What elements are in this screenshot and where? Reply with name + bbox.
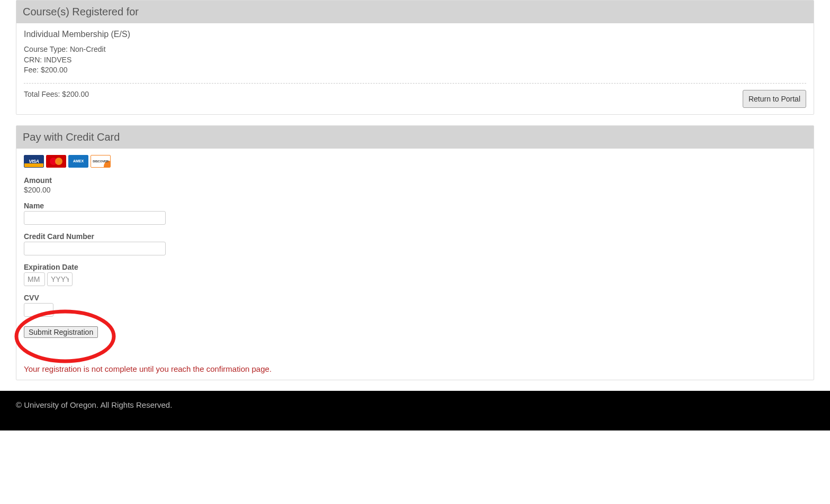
course-name: Individual Membership (E/S) — [24, 30, 806, 39]
page-footer: © University of Oregon. All Rights Reser… — [0, 391, 830, 430]
total-fees: Total Fees: $200.00 — [24, 90, 89, 98]
visa-icon: VISA — [24, 155, 44, 168]
name-input[interactable] — [24, 211, 166, 225]
cvv-label: CVV — [24, 294, 806, 302]
card-number-label: Credit Card Number — [24, 232, 806, 241]
fee-line: Fee: $200.00 — [24, 65, 806, 76]
course-divider — [24, 83, 806, 84]
exp-year-input[interactable] — [47, 272, 73, 286]
submit-registration-button[interactable]: Submit Registration — [24, 326, 98, 338]
courses-registered-panel: Course(s) Registered for Individual Memb… — [16, 0, 814, 115]
card-number-input[interactable] — [24, 242, 166, 255]
name-label: Name — [24, 201, 806, 210]
return-to-portal-button[interactable]: Return to Portal — [743, 90, 806, 108]
accepted-cards-row: VISA AMEX DISCOVER — [24, 155, 806, 168]
registration-warning: Your registration is not complete until … — [24, 364, 806, 373]
crn-line: CRN: INDVES — [24, 55, 806, 66]
cvv-input[interactable] — [24, 303, 53, 317]
amex-icon: AMEX — [68, 155, 88, 168]
payment-panel: Pay with Credit Card VISA AMEX DISCOVER … — [16, 125, 814, 380]
exp-month-input[interactable] — [24, 272, 45, 286]
discover-icon: DISCOVER — [91, 155, 111, 168]
payment-panel-title: Pay with Credit Card — [16, 126, 814, 149]
course-type-line: Course Type: Non-Credit — [24, 44, 806, 55]
copyright-text: © University of Oregon. All Rights Reser… — [16, 400, 172, 409]
amount-label: Amount — [24, 176, 806, 185]
mastercard-icon — [46, 155, 66, 168]
course-details: Course Type: Non-Credit CRN: INDVES Fee:… — [24, 44, 806, 76]
expiration-label: Expiration Date — [24, 263, 806, 271]
courses-panel-title: Course(s) Registered for — [16, 1, 814, 23]
amount-value: $200.00 — [24, 186, 806, 194]
